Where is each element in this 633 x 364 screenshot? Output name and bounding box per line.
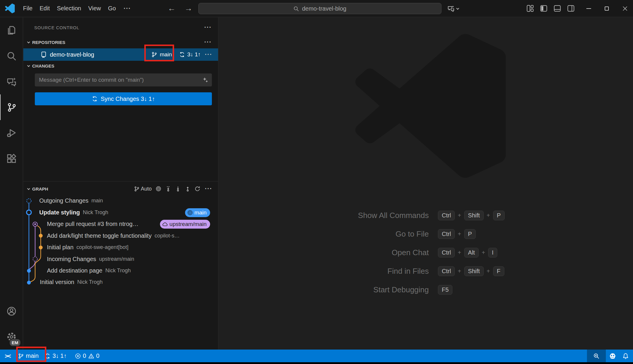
graph-section: GRAPH Auto ··· <box>23 181 218 350</box>
target-icon[interactable] <box>156 186 161 192</box>
sync-icon <box>92 96 98 102</box>
close-button[interactable] <box>622 6 628 11</box>
changes-label: CHANGES <box>32 63 54 68</box>
menu-file[interactable]: File <box>19 3 36 14</box>
debug-icon <box>6 128 17 138</box>
keycap: P <box>493 211 505 220</box>
graph-row-commit[interactable]: Initial versionNick Trogh <box>23 276 218 288</box>
graph-row-commit[interactable]: Add destination pageNick Trogh <box>23 265 218 276</box>
fetch-icon[interactable] <box>165 186 171 192</box>
activity-explorer[interactable] <box>0 17 23 43</box>
branch-badge-upstream-main: upstream/main <box>160 220 210 229</box>
git-branch-icon <box>134 186 140 192</box>
more-actions-icon[interactable]: ··· <box>204 26 212 29</box>
keycap: Ctrl <box>438 211 455 220</box>
activity-search[interactable] <box>0 43 23 69</box>
keycap: Ctrl <box>438 266 455 276</box>
menu-edit[interactable]: Edit <box>36 3 53 14</box>
window-bottom-edge <box>0 362 633 364</box>
vscode-window: File Edit Selection View Go ··· ← → demo… <box>0 0 633 364</box>
copilot-chat-icon <box>447 5 454 12</box>
plus-separator: + <box>487 212 490 219</box>
activity-chat[interactable] <box>0 69 23 94</box>
shortcut-label: Open Chat <box>219 248 429 257</box>
activity-settings[interactable]: EM <box>0 324 23 350</box>
graph-row-commit[interactable]: Add dark/light theme toggle functionalit… <box>23 230 218 242</box>
graph-row-commit[interactable]: Initial plancopilot-swe-agent[bot] <box>23 242 218 253</box>
activity-extensions[interactable] <box>0 146 23 171</box>
activity-account[interactable] <box>0 298 23 324</box>
repo-icon <box>40 51 47 58</box>
remote-indicator[interactable]: >< <box>2 350 15 362</box>
account-icon <box>6 306 17 316</box>
plus-separator: + <box>487 268 490 275</box>
chevron-down-icon <box>27 64 30 67</box>
status-notifications-item[interactable] <box>619 350 633 362</box>
branch-badge-main: main <box>185 208 210 217</box>
keycap: Alt <box>464 248 479 258</box>
shortcut-label: Start Debugging <box>219 285 429 294</box>
target-icon <box>187 210 193 216</box>
error-count: 0 <box>83 352 86 359</box>
shortcut-label: Go to File <box>219 229 429 239</box>
keycap: Ctrl <box>438 229 455 239</box>
graph-row-commit[interactable]: Merge pull request #3 from ntrog… upstre… <box>23 218 218 230</box>
menu-selection[interactable]: Selection <box>53 3 85 14</box>
status-problems-item[interactable]: 0 0 <box>72 350 102 362</box>
keycap: Ctrl <box>438 248 455 258</box>
menu-go[interactable]: Go <box>104 3 120 14</box>
graph-row-outgoing[interactable]: Outgoing Changesmain <box>23 195 218 206</box>
status-sync-counts: 3↓ 1↑ <box>53 352 67 359</box>
pull-icon[interactable] <box>175 186 181 192</box>
navigate-forward-icon[interactable]: → <box>184 4 192 13</box>
repositories-section-header[interactable]: REPOSITORIES ··· <box>23 36 218 48</box>
extensions-icon <box>6 154 17 164</box>
keycap: Shift <box>464 211 484 220</box>
graph-label: GRAPH <box>32 186 48 191</box>
push-icon[interactable] <box>185 186 191 192</box>
toggle-primary-sidebar-icon[interactable] <box>540 5 547 12</box>
maximize-button[interactable] <box>605 6 609 11</box>
repository-sync-counts[interactable]: 3↓ 1↑ <box>187 51 201 58</box>
sync-changes-button[interactable]: Sync Changes 3↓ 1↑ <box>35 92 212 105</box>
minimize-button[interactable] <box>586 8 591 9</box>
graph-row-commit[interactable]: Update stylingNick Trogh main <box>23 207 218 218</box>
keycap: F5 <box>438 285 452 295</box>
commit-message-input[interactable] <box>35 73 212 86</box>
repository-row[interactable]: demo-travel-blog main 3↓ 1↑ ··· <box>23 48 218 61</box>
more-actions-icon[interactable]: ··· <box>205 187 212 190</box>
toggle-secondary-sidebar-icon[interactable] <box>567 5 575 12</box>
status-zoom-item[interactable] <box>587 350 606 362</box>
sync-icon[interactable] <box>179 52 185 58</box>
source-control-sidebar: SOURCE CONTROL ··· REPOSITORIES ··· demo… <box>23 17 218 350</box>
navigate-back-icon[interactable]: ← <box>168 4 176 13</box>
graph-repo-picker[interactable]: Auto <box>134 186 152 192</box>
keycap: F <box>493 266 504 276</box>
vscode-watermark-logo <box>355 34 506 178</box>
graph-row-incoming[interactable]: Incoming Changesupstream/main <box>23 253 218 265</box>
plus-separator: + <box>458 268 461 275</box>
activity-source-control[interactable] <box>0 94 23 120</box>
copilot-icon <box>609 352 616 360</box>
activity-run-debug[interactable] <box>0 120 23 146</box>
repository-name: demo-travel-blog <box>50 51 94 58</box>
bell-icon <box>622 353 629 359</box>
toggle-panel-icon[interactable] <box>554 5 561 12</box>
refresh-icon[interactable] <box>194 186 200 192</box>
customize-layout-icon[interactable] <box>526 5 534 12</box>
menu-view[interactable]: View <box>85 3 104 14</box>
changes-section-header[interactable]: CHANGES <box>23 60 218 72</box>
annotation-rectangle-statusbar-branch <box>16 347 46 362</box>
command-center-search[interactable]: demo-travel-blog <box>198 3 441 14</box>
more-actions-icon[interactable]: ··· <box>204 41 212 44</box>
more-actions-icon[interactable]: ··· <box>205 53 212 56</box>
generate-commit-message-sparkle-icon[interactable] <box>202 77 208 83</box>
keycap: P <box>464 229 476 239</box>
plus-separator: + <box>458 212 461 219</box>
sync-changes-label: Sync Changes 3↓ 1↑ <box>101 96 155 102</box>
menu-more-icon[interactable]: ··· <box>120 5 135 12</box>
copilot-menu-button[interactable] <box>447 3 458 14</box>
status-copilot-item[interactable] <box>606 350 619 362</box>
warning-count: 0 <box>96 352 99 359</box>
command-center-text: demo-travel-blog <box>302 5 346 12</box>
